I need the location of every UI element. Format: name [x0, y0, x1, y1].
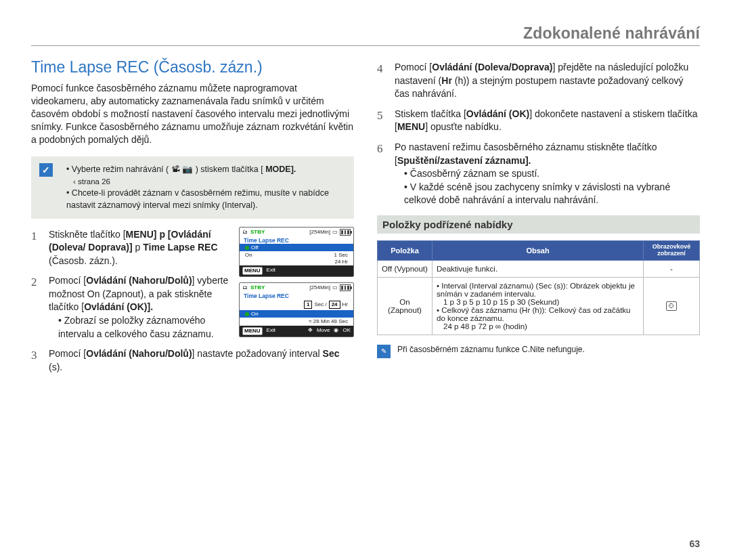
tip-line-1b: ) stiskem tlačítka [ [196, 165, 263, 174]
step-6: Po nastavení režimu časosběrného záznamu… [377, 138, 700, 211]
cell-on-desc: • Interval (Interval záznamu) (Sec (s)):… [433, 277, 644, 335]
step-2-bullet: • Zobrazí se položky záznamového interva… [49, 314, 354, 341]
page-title: Time Lapse REC (Časosb. zázn.) [31, 58, 354, 77]
tip-line-1a: • Vyberte režim nahrávání ( [66, 165, 169, 174]
divider [31, 45, 700, 46]
steps-right: Pomocí [Ovládání (Doleva/Doprava)] přejd… [377, 58, 700, 211]
step-6-b2: • V každé scéně jsou zachyceny snímky v … [395, 181, 700, 207]
step-1: Stiskněte tlačítko [MENU] p [Ovládání (D… [31, 225, 354, 272]
tip-pageref: ‹ strana 26 [73, 176, 345, 188]
table-row: On (Zapnout) • Interval (Interval záznam… [378, 277, 700, 335]
cell-off-label: Off (Vypnout) [378, 260, 433, 277]
page-number: 63 [689, 538, 700, 549]
note-icon: ✎ [377, 345, 391, 358]
tip-line-2: • Chcete-li provádět záznam v časosběrné… [66, 187, 345, 211]
cell-off-disp: - [644, 260, 700, 277]
submenu-title: Položky podřízené nabídky [377, 215, 700, 234]
options-table: Položka Obsah Obrazovkovézobrazení Off (… [377, 240, 700, 335]
section-header: Zdokonalené nahrávání [31, 24, 700, 43]
video-icon: 📽 [171, 165, 180, 174]
step-2: Pomocí [Ovládání (Nahoru/Dolů)] vyberte … [31, 272, 354, 345]
tip-box: ✓ • Vyberte režim nahrávání ( 📽 📷 ) stis… [31, 156, 354, 218]
th-content: Obsah [433, 240, 644, 260]
th-item: Položka [378, 240, 433, 260]
note-text: Při časosběrném záznamu funkce C.Nite ne… [397, 345, 585, 354]
steps-left: Stiskněte tlačítko [MENU] p [Ovládání (D… [31, 225, 354, 379]
photo-icon: 📷 [182, 165, 193, 174]
footnote: ✎ Při časosběrném záznamu funkce C.Nite … [377, 345, 700, 358]
check-icon: ✓ [39, 163, 53, 177]
step-6-b1: • Časosběrný záznam se spustí. [395, 167, 700, 181]
th-display: Obrazovkovézobrazení [644, 240, 700, 260]
intro-paragraph: Pomocí funkce časosběrného záznamu můžet… [31, 82, 354, 146]
step-5: Stiskem tlačítka [Ovládání (OK)] dokonče… [377, 105, 700, 138]
cell-on-disp: ⏲ [644, 277, 700, 335]
step-4: Pomocí [Ovládání (Doleva/Doprava)] přejd… [377, 58, 700, 105]
cell-off-desc: Deaktivuje funkci. [433, 260, 644, 277]
cell-on-label: On (Zapnout) [378, 277, 433, 335]
table-row: Off (Vypnout) Deaktivuje funkci. - [378, 260, 700, 277]
step-3: Pomocí [Ovládání (Nahoru/Dolů)] nastavte… [31, 345, 354, 378]
timelapse-icon: ⏲ [666, 301, 677, 311]
tip-line-1c: MODE]. [265, 165, 296, 174]
